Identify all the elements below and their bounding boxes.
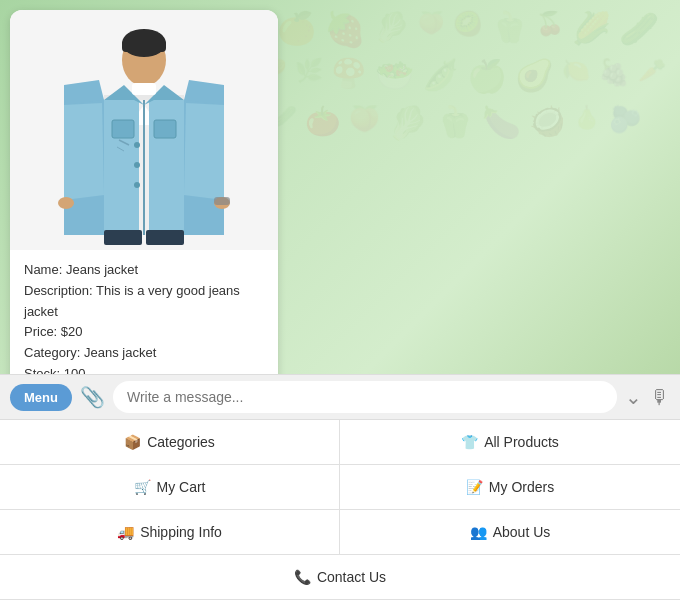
menu-button[interactable]: Menu bbox=[10, 384, 72, 411]
all-products-emoji: 👕 bbox=[461, 434, 478, 450]
chevron-down-icon[interactable]: ⌄ bbox=[625, 385, 642, 409]
svg-rect-5 bbox=[154, 120, 176, 138]
svg-rect-17 bbox=[214, 197, 230, 205]
categories-label: Categories bbox=[147, 434, 215, 450]
svg-point-10 bbox=[134, 182, 140, 188]
svg-rect-4 bbox=[112, 120, 134, 138]
shipping-info-button[interactable]: 🚚 Shipping Info bbox=[0, 510, 340, 555]
categories-button[interactable]: 📦 Categories bbox=[0, 420, 340, 465]
product-name-label: Name: bbox=[24, 262, 62, 277]
svg-rect-19 bbox=[146, 230, 184, 245]
shipping-info-label: Shipping Info bbox=[140, 524, 222, 540]
product-card: Name: Jeans jacket Description: This is … bbox=[10, 10, 278, 374]
product-category-line: Category: Jeans jacket bbox=[24, 343, 264, 364]
about-emoji: 👥 bbox=[470, 524, 487, 540]
orders-emoji: 📝 bbox=[466, 479, 483, 495]
chat-area: 🍎🥦🍋🥕🍇🥑🍊🍓🥬🍑🥝🫑🍒🌽🥒🍅🍐🥥🫐🍆🍈🥜🌿🍄🥗🫛🍏🥑🍋🍇🥕🥦🍓🍊🥝🍒🌽🥒🍅🍑… bbox=[0, 0, 680, 374]
about-us-button[interactable]: 👥 About Us bbox=[340, 510, 680, 555]
svg-point-9 bbox=[134, 162, 140, 168]
product-description-line: Description: This is a very good jeans j… bbox=[24, 281, 264, 323]
my-cart-button[interactable]: 🛒 My Cart bbox=[0, 465, 340, 510]
product-price-label: Price: bbox=[24, 324, 57, 339]
bottom-menu: 📦 Categories 👕 All Products 🛒 My Cart 📝 … bbox=[0, 419, 680, 600]
all-products-button[interactable]: 👕 All Products bbox=[340, 420, 680, 465]
about-us-label: About Us bbox=[493, 524, 551, 540]
product-image bbox=[10, 10, 278, 250]
my-orders-label: My Orders bbox=[489, 479, 554, 495]
product-category-label: Category: bbox=[24, 345, 80, 360]
all-products-label: All Products bbox=[484, 434, 559, 450]
product-category-value: Jeans jacket bbox=[84, 345, 156, 360]
product-name-value: Jeans jacket bbox=[66, 262, 138, 277]
product-price-value: $20 bbox=[61, 324, 83, 339]
input-right-icons: ⌄ 🎙 bbox=[625, 385, 670, 409]
contact-emoji: 📞 bbox=[294, 569, 311, 585]
product-stock-value: 100 bbox=[64, 366, 86, 374]
my-orders-button[interactable]: 📝 My Orders bbox=[340, 465, 680, 510]
input-bar: Menu 📎 ⌄ 🎙 bbox=[0, 374, 680, 419]
svg-rect-18 bbox=[104, 230, 142, 245]
contact-us-button[interactable]: 📞 Contact Us bbox=[0, 555, 680, 600]
product-info: Name: Jeans jacket Description: This is … bbox=[10, 250, 278, 374]
svg-point-8 bbox=[134, 142, 140, 148]
product-price-line: Price: $20 bbox=[24, 322, 264, 343]
product-stock-label: Stock: bbox=[24, 366, 60, 374]
product-desc-label: Description: bbox=[24, 283, 93, 298]
svg-rect-14 bbox=[132, 83, 156, 95]
svg-point-15 bbox=[58, 197, 74, 209]
categories-emoji: 📦 bbox=[124, 434, 141, 450]
product-name-line: Name: Jeans jacket bbox=[24, 260, 264, 281]
shipping-emoji: 🚚 bbox=[117, 524, 134, 540]
cart-emoji: 🛒 bbox=[134, 479, 151, 495]
message-input[interactable] bbox=[113, 381, 617, 413]
svg-rect-13 bbox=[122, 40, 166, 52]
microphone-icon[interactable]: 🎙 bbox=[650, 386, 670, 409]
contact-us-label: Contact Us bbox=[317, 569, 386, 585]
my-cart-label: My Cart bbox=[157, 479, 206, 495]
product-stock-line: Stock: 100 bbox=[24, 364, 264, 374]
attach-icon[interactable]: 📎 bbox=[80, 385, 105, 409]
